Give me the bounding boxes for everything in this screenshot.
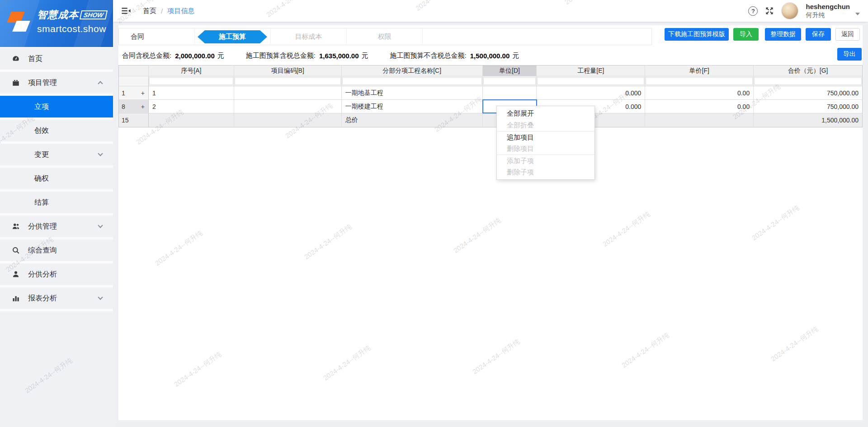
sidebar-item-supplier-analysis[interactable]: 分供分析 [0, 263, 113, 285]
column-header-rownum[interactable] [119, 66, 149, 76]
cell-name[interactable]: 一期楼建工程 [342, 100, 483, 113]
filter-input-name[interactable] [342, 77, 482, 85]
filter-input-price[interactable] [646, 77, 753, 85]
breadcrumb-separator: / [161, 7, 163, 15]
menu-item-expand-all[interactable]: 全部展开 [497, 108, 594, 119]
breadcrumb-home[interactable]: 首页 [143, 7, 156, 15]
dashboard-icon [12, 55, 20, 63]
cell-code[interactable] [234, 86, 342, 99]
cell-name[interactable]: 一期地基工程 [342, 86, 483, 99]
column-header-code[interactable]: 项目编码[B] [234, 66, 342, 76]
sidebar-item-chuangxiao[interactable]: 创效 [0, 120, 113, 141]
breadcrumb: 首页 / 项目信息 [143, 7, 194, 15]
context-menu: 全部展开 全部折叠 追加项目 删除项目 添加子项 删除子项 [496, 106, 595, 180]
summary-value: 2,000,000.00 [175, 52, 215, 60]
top-header: 首页 / 项目信息 ? heshengchun 何升纯 [113, 0, 868, 22]
cell-seq[interactable]: 1 [149, 86, 234, 99]
sidebar-item-supplier-mgmt[interactable]: 分供管理 [0, 216, 113, 237]
summary-budget-taxed: 施工图预算含税总金额: 1,635,000.00 元 [246, 52, 368, 60]
menu-item-append-project[interactable]: 追加项目 [497, 131, 594, 143]
filter-input-seq[interactable] [149, 77, 233, 85]
import-button[interactable]: 导入 [733, 28, 759, 41]
tab-permission[interactable]: 权限 [347, 28, 423, 45]
column-header-name[interactable]: 分部分项工程名称[C] [342, 66, 483, 76]
summary-value: 1,635,000.00 [319, 52, 359, 60]
filter-input-qty[interactable] [537, 77, 644, 85]
table-total-row: 15 总价 1,500,000.00 [119, 113, 862, 127]
sidebar-item-query[interactable]: 综合查询 [0, 239, 113, 261]
brand-logo-icon [7, 11, 32, 35]
column-header-price[interactable]: 单价[F] [645, 66, 754, 76]
sidebar-filler [0, 311, 113, 427]
step-tabs: 合同 目标成本 权限 施工预算 [118, 28, 652, 45]
organize-data-button[interactable]: 整理数据 [765, 28, 801, 41]
table-row: 1 + 1 一期地基工程 0.000 0.00 750,000.00 [119, 86, 862, 100]
row-number-cell[interactable]: 8 + [119, 100, 149, 113]
cell-qty[interactable]: 0.000 [537, 86, 645, 99]
back-button[interactable]: 返回 [835, 28, 860, 41]
sidebar-item-quequan[interactable]: 确权 [0, 168, 113, 189]
cell-price[interactable]: 0.00 [645, 86, 754, 99]
sidebar-item-label: 首页 [28, 54, 42, 64]
row-number: 15 [122, 117, 129, 124]
filter-input-total[interactable] [754, 77, 862, 85]
tab-target-cost[interactable]: 目标成本 [271, 28, 347, 45]
sidebar-item-project-mgmt[interactable]: 项目管理 [0, 72, 113, 94]
sidebar-item-biangeng[interactable]: 变更 [0, 144, 113, 165]
sidebar-item-jiesuan[interactable]: 结算 [0, 192, 113, 213]
user-menu[interactable]: heshengchun 何升纯 [806, 3, 860, 19]
fullscreen-icon[interactable] [765, 6, 774, 15]
cell-price[interactable]: 0.00 [645, 100, 754, 113]
chevron-down-icon [98, 151, 103, 156]
cell-code[interactable] [234, 100, 342, 113]
cell-seq[interactable]: 2 [149, 100, 234, 113]
caret-down-icon [855, 13, 860, 15]
username: heshengchun [806, 3, 850, 11]
sidebar-item-home[interactable]: 首页 [0, 48, 113, 70]
summary-unit: 元 [362, 52, 368, 60]
app-title: 智慧成本 [37, 8, 79, 22]
cell-price [645, 113, 754, 127]
column-header-qty[interactable]: 工程量[E] [537, 66, 645, 76]
sidebar-collapse-icon[interactable] [121, 6, 131, 16]
row-number-cell[interactable]: 1 + [119, 86, 149, 99]
sidebar-item-lixiang[interactable]: 立项 [0, 96, 113, 117]
sidebar-item-label: 结算 [34, 198, 49, 207]
export-button[interactable]: 导出 [837, 48, 862, 61]
expand-plus-icon[interactable]: + [141, 103, 145, 110]
save-button[interactable]: 保存 [806, 28, 831, 41]
tab-contract[interactable]: 合同 [119, 28, 195, 45]
menu-item-delete-project: 删除项目 [497, 143, 594, 155]
sidebar-item-label: 综合查询 [28, 246, 57, 255]
cell-total[interactable]: 750,000.00 [754, 100, 862, 113]
users-icon [12, 222, 20, 230]
breadcrumb-current[interactable]: 项目信息 [167, 7, 194, 15]
summary-contract-total: 合同含税总金额: 2,000,000.00 元 [122, 52, 224, 60]
row-number-cell[interactable]: 15 [119, 113, 149, 127]
cell-name: 总价 [342, 113, 483, 127]
column-header-total[interactable]: 合价（元）[G] [754, 66, 862, 76]
chevron-up-icon [98, 81, 103, 86]
cell-total[interactable]: 750,000.00 [754, 86, 862, 99]
project-icon [12, 79, 20, 87]
tab-construction-budget[interactable]: 施工预算 [198, 30, 267, 43]
chart-icon [12, 294, 20, 302]
summary-bar: 合同含税总金额: 2,000,000.00 元 施工图预算含税总金额: 1,63… [122, 49, 541, 62]
filter-input-unit[interactable] [483, 77, 536, 85]
download-template-button[interactable]: 下载施工图预算模版 [665, 28, 729, 41]
app-title-badge: SHOW [80, 10, 108, 19]
column-header-seq[interactable]: 序号[A] [149, 66, 234, 76]
sidebar-item-label: 创效 [34, 126, 49, 136]
column-header-unit[interactable]: 单位[D] [483, 66, 537, 76]
help-icon[interactable]: ? [748, 6, 758, 16]
filter-input-code[interactable] [235, 77, 341, 85]
expand-plus-icon[interactable]: + [141, 89, 145, 97]
person-icon [12, 270, 20, 278]
sidebar-item-label: 立项 [34, 102, 49, 112]
cell-unit[interactable] [483, 86, 537, 99]
filter-row [119, 76, 862, 86]
user-avatar[interactable] [781, 2, 798, 19]
sidebar-item-report-analysis[interactable]: 报表分析 [0, 287, 113, 309]
sidebar-item-label: 报表分析 [28, 294, 57, 303]
chevron-down-icon [98, 223, 103, 228]
